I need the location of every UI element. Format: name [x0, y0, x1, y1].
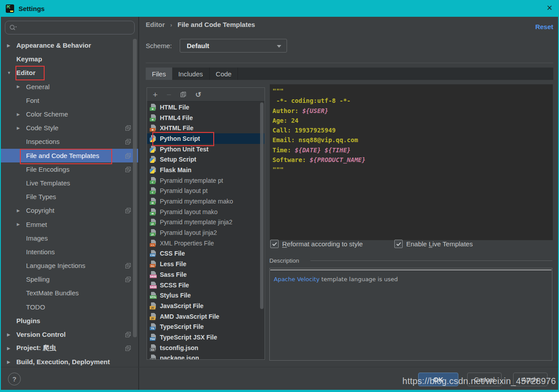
sidebar-item-editor[interactable]: ▼Editor: [1, 66, 138, 79]
chevron-down-icon: [277, 45, 281, 48]
sidebar-item-todo[interactable]: TODO: [1, 300, 138, 314]
reformat-checkbox[interactable]: Reformat according to style: [270, 240, 363, 248]
template-item-typescript-jsx-file[interactable]: TSXTypeScript JSX File: [147, 332, 264, 343]
chevron-right-icon[interactable]: ▶: [7, 332, 15, 337]
sidebar-item-file-encodings[interactable]: File Encodings: [1, 162, 138, 176]
search-input[interactable]: [5, 21, 135, 34]
template-item-setup-script[interactable]: Setup Script: [147, 154, 264, 165]
template-item-javascript-file[interactable]: JSJavaScript File: [147, 301, 264, 311]
sidebar-item-copyright[interactable]: ▶Copyright: [1, 204, 138, 217]
xml-properties-file-file-icon: <>: [150, 240, 157, 247]
sidebar-item-version-control[interactable]: ▶Version Control: [1, 328, 138, 341]
template-item-pyramid-mytemplate-pt[interactable]: CPyramid mytemplate pt: [147, 175, 264, 186]
template-item-pyramid-mytemplate-mako[interactable]: MPyramid mytemplate mako: [147, 196, 264, 207]
breadcrumb: Editor › File and Code Templates: [146, 21, 255, 28]
typescript-jsx-file-file-icon: TSX: [150, 334, 157, 341]
breadcrumb-parent[interactable]: Editor: [146, 21, 165, 28]
template-item-html4-file[interactable]: HHTML4 File: [147, 113, 264, 123]
apache-velocity-link[interactable]: Apache Velocity: [274, 276, 320, 283]
chevron-right-icon[interactable]: ▶: [17, 126, 24, 130]
chevron-right-icon[interactable]: ▶: [7, 346, 15, 351]
sidebar-item-code-style[interactable]: ▶Code Style: [1, 121, 138, 135]
template-item-python-unit-test[interactable]: Python Unit Test: [147, 144, 264, 155]
sidebar-item-keymap[interactable]: Keymap: [1, 52, 138, 66]
panel-divider: [138, 17, 139, 390]
separator: [146, 63, 553, 63]
template-item-css-file[interactable]: CSSCSS File: [147, 249, 264, 259]
reset-link[interactable]: Reset: [535, 23, 553, 30]
sidebar-item-plugins[interactable]: Plugins: [1, 314, 138, 328]
sidebar-item-spelling[interactable]: Spelling: [1, 272, 138, 286]
template-item-typescript-file[interactable]: TSTypeScript File: [147, 321, 264, 332]
template-item-pyramid-mytemplate-jinja2[interactable]: J2Pyramid mytemplate jinja2: [147, 217, 264, 228]
sidebar-item-label: Color Scheme: [26, 110, 68, 118]
description-text: Apache Velocity template language is use…: [274, 276, 398, 283]
checkbox-icon[interactable]: [394, 240, 403, 248]
sidebar-item-language-injections[interactable]: Language Injections: [1, 259, 138, 272]
scheme-value: Default: [187, 42, 209, 49]
sidebar-item-general[interactable]: ▶General: [1, 80, 138, 94]
sidebar-item-color-scheme[interactable]: ▶Color Scheme: [1, 107, 138, 121]
chevron-right-icon[interactable]: ▶: [17, 84, 24, 89]
template-item-python-script[interactable]: Python Script: [147, 133, 264, 144]
template-item-scss-file[interactable]: SASSSCSS File: [147, 280, 264, 290]
sidebar-item-intentions[interactable]: Intentions: [1, 245, 138, 259]
code-line: """: [272, 165, 553, 174]
template-editor[interactable]: """ -*- coding:utf-8 -*-Author: ${USER}A…: [269, 84, 553, 241]
chevron-down-icon[interactable]: ▼: [7, 71, 15, 75]
python-file-icon: [150, 156, 157, 163]
template-list-scrollbar[interactable]: [260, 102, 264, 309]
sidebar-item-emmet[interactable]: ▶Emmet: [1, 217, 138, 231]
template-item-xhtml-file[interactable]: HXHTML File: [147, 123, 264, 133]
sidebar-item-inspections[interactable]: Inspections: [1, 135, 138, 148]
template-item-flask-main[interactable]: Flask Main: [147, 165, 264, 175]
scheme-label: Scheme:: [146, 42, 172, 49]
copy-button[interactable]: [180, 91, 186, 98]
tab-includes[interactable]: Includes: [172, 68, 210, 80]
per-project-copy-icon: [125, 276, 131, 283]
tab-code[interactable]: Code: [210, 68, 238, 80]
template-item-xml-properties-file[interactable]: <>XML Properties File: [147, 238, 264, 249]
checkbox-icon[interactable]: [270, 240, 279, 248]
sidebar-scrollbar[interactable]: [133, 39, 137, 337]
chevron-right-icon[interactable]: ▶: [7, 360, 15, 364]
template-item-stylus-file[interactable]: STYLStylus File: [147, 290, 264, 301]
help-button[interactable]: ?: [8, 373, 21, 385]
sidebar-item-appearance-behavior[interactable]: ▶Appearance & Behavior: [1, 38, 138, 52]
template-item-tsconfig-json[interactable]: {}tsconfig.json: [147, 343, 264, 353]
python-file-icon: [150, 166, 157, 173]
remove-button[interactable]: −: [166, 91, 171, 98]
scheme-select[interactable]: Default: [180, 39, 287, 53]
template-item-pyramid-layout-pt[interactable]: CPyramid layout pt: [147, 186, 264, 196]
search-icon: [9, 24, 17, 31]
chevron-right-icon[interactable]: ▶: [17, 222, 24, 226]
tab-files[interactable]: Files: [146, 68, 172, 80]
per-project-copy-icon: [125, 124, 131, 132]
code-line: Author: ${USER}: [272, 106, 553, 116]
chevron-right-icon[interactable]: ▶: [17, 112, 24, 117]
revert-button[interactable]: ↺: [195, 91, 201, 98]
template-item-html-file[interactable]: HHTML File: [147, 102, 264, 113]
sidebar-item-font[interactable]: Font: [1, 94, 138, 107]
sidebar-item-file-types[interactable]: File Types: [1, 190, 138, 204]
template-item-sass-file[interactable]: SASSSass File: [147, 269, 264, 280]
css-file-file-icon: CSS: [150, 250, 157, 257]
chevron-right-icon[interactable]: ▶: [17, 208, 24, 213]
sidebar-item-textmate-bundles[interactable]: TextMate Bundles: [1, 286, 138, 300]
settings-nav-sidebar: ▶Appearance & BehaviorKeymap▼Editor▶Gene…: [1, 17, 138, 390]
add-button[interactable]: +: [153, 91, 158, 98]
close-icon[interactable]: ×: [547, 2, 552, 14]
template-item-pyramid-layout-mako[interactable]: MPyramid layout mako: [147, 207, 264, 217]
sidebar-item-file-and-code-templates[interactable]: File and Code Templates: [1, 149, 138, 162]
template-item-less-file[interactable]: (L)Less File: [147, 259, 264, 269]
template-item-amd-javascript-file[interactable]: JSAMD JavaScript File: [147, 311, 264, 322]
sidebar-item-images[interactable]: Images: [1, 231, 138, 245]
sidebar-item-live-templates[interactable]: Live Templates: [1, 176, 138, 190]
live-templates-checkbox[interactable]: Enable Live Templates: [394, 240, 473, 248]
html-file-file-icon: H: [150, 104, 157, 111]
template-item-pyramid-layout-jinja2[interactable]: J2Pyramid layout jinja2: [147, 227, 264, 238]
sidebar-item-label: Images: [26, 234, 48, 242]
sidebar-item-project[interactable]: ▶Project: 爬虫: [1, 341, 138, 355]
chevron-right-icon[interactable]: ▶: [7, 43, 15, 48]
template-item-package-json[interactable]: ⚙package.json: [147, 353, 264, 360]
